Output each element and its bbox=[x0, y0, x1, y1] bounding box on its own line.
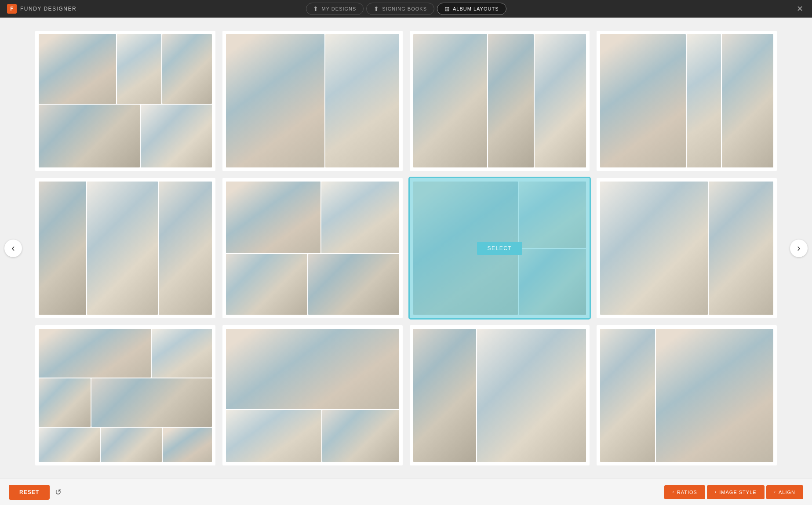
logo-icon: F bbox=[7, 4, 17, 14]
next-page-button[interactable]: › bbox=[790, 240, 808, 257]
tab-my-designs[interactable]: ⬆ MY DESIGNS bbox=[306, 3, 364, 15]
app-title: FUNDY DESIGNER bbox=[20, 6, 76, 12]
tab-signing-books[interactable]: ⬆ SIGNING BOOKS bbox=[366, 3, 434, 15]
signing-books-icon: ⬆ bbox=[374, 5, 379, 12]
ratios-label: RATIOS bbox=[677, 490, 697, 495]
layout-cell-r3c4[interactable] bbox=[597, 325, 777, 465]
bottom-right-buttons: ‹ RATIOS ‹ IMAGE STYLE ‹ ALIGN bbox=[664, 485, 803, 499]
ratios-button[interactable]: ‹ RATIOS bbox=[664, 485, 705, 499]
select-button[interactable]: SELECT bbox=[477, 242, 523, 255]
tab-album-layouts-label: ALBUM LAYOUTS bbox=[453, 6, 499, 11]
layout-cell-r2c3[interactable]: SELECT bbox=[410, 178, 590, 318]
image-style-chevron-icon: ‹ bbox=[715, 490, 717, 494]
align-button[interactable]: ‹ ALIGN bbox=[766, 485, 803, 499]
layout-cell-r3c2[interactable] bbox=[222, 325, 403, 465]
left-arrow-icon: ‹ bbox=[11, 243, 15, 254]
ratios-chevron-icon: ‹ bbox=[672, 490, 674, 494]
layout-cell-r1c1[interactable] bbox=[35, 31, 215, 171]
album-layouts-icon: ⊞ bbox=[444, 5, 450, 12]
reset-button[interactable]: RESET bbox=[9, 485, 50, 500]
layout-cell-r1c4[interactable] bbox=[597, 31, 777, 171]
tab-my-designs-label: MY DESIGNS bbox=[321, 6, 356, 11]
refresh-icon[interactable]: ↺ bbox=[55, 487, 62, 497]
layout-cell-r1c3[interactable] bbox=[410, 31, 590, 171]
layout-cell-r2c1[interactable] bbox=[35, 178, 215, 318]
nav-tabs: ⬆ MY DESIGNS ⬆ SIGNING BOOKS ⊞ ALBUM LAY… bbox=[306, 3, 506, 15]
right-arrow-icon: › bbox=[797, 243, 800, 254]
my-designs-icon: ⬆ bbox=[313, 5, 319, 12]
logo-area: F FUNDY DESIGNER bbox=[7, 4, 76, 14]
tab-album-layouts[interactable]: ⊞ ALBUM LAYOUTS bbox=[437, 3, 506, 15]
align-chevron-icon: ‹ bbox=[774, 490, 776, 494]
tab-signing-books-label: SIGNING BOOKS bbox=[382, 6, 427, 11]
align-label: ALIGN bbox=[779, 490, 795, 495]
image-style-label: IMAGE STYLE bbox=[719, 490, 756, 495]
cell-overlay: SELECT bbox=[410, 178, 590, 318]
layout-grid: SELECT bbox=[26, 26, 786, 470]
main-content: ‹ bbox=[0, 18, 812, 479]
topbar: F FUNDY DESIGNER ⬆ MY DESIGNS ⬆ SIGNING … bbox=[0, 0, 812, 18]
close-button[interactable]: ✕ bbox=[797, 4, 803, 14]
layout-cell-r2c4[interactable] bbox=[597, 178, 777, 318]
layout-cell-r2c2[interactable] bbox=[222, 178, 403, 318]
prev-page-button[interactable]: ‹ bbox=[4, 240, 22, 257]
layout-cell-r3c3[interactable] bbox=[410, 325, 590, 465]
layout-cell-r1c2[interactable] bbox=[222, 31, 403, 171]
image-style-button[interactable]: ‹ IMAGE STYLE bbox=[707, 485, 765, 499]
layout-cell-r3c1[interactable] bbox=[35, 325, 215, 465]
bottom-toolbar: RESET ↺ ‹ RATIOS ‹ IMAGE STYLE ‹ ALIGN bbox=[0, 479, 812, 505]
